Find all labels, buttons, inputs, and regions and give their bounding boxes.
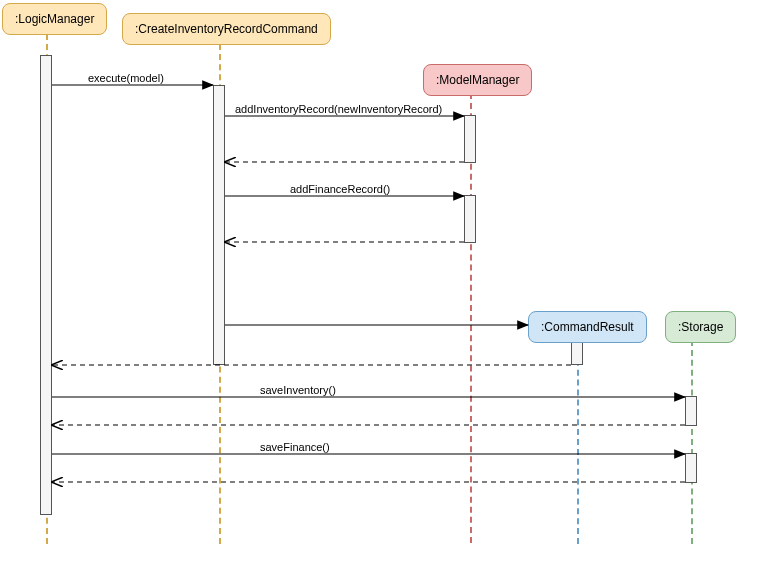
activation-logicmanager	[40, 55, 52, 515]
activation-storage-1	[685, 396, 697, 426]
arrows-layer	[0, 0, 761, 572]
participant-createcmd: :CreateInventoryRecordCommand	[122, 13, 331, 45]
msg-addinventoryrecord: addInventoryRecord(newInventoryRecord)	[235, 103, 442, 115]
participant-commandresult: :CommandResult	[528, 311, 647, 343]
participant-logicmanager: :LogicManager	[2, 3, 107, 35]
msg-savefinance: saveFinance()	[260, 441, 330, 453]
msg-saveinventory: saveInventory()	[260, 384, 336, 396]
activation-modelmanager-2	[464, 195, 476, 243]
activation-modelmanager-1	[464, 115, 476, 163]
activation-storage-2	[685, 453, 697, 483]
participant-storage: :Storage	[665, 311, 736, 343]
msg-execute: execute(model)	[88, 72, 164, 84]
participant-label: :LogicManager	[15, 12, 94, 26]
lifeline-storage	[691, 340, 693, 544]
activation-createcmd	[213, 85, 225, 365]
activation-commandresult	[571, 340, 583, 365]
participant-label: :ModelManager	[436, 73, 519, 87]
participant-modelmanager: :ModelManager	[423, 64, 532, 96]
lifeline-commandresult	[577, 340, 579, 544]
msg-addfinancerecord: addFinanceRecord()	[290, 183, 390, 195]
participant-label: :CommandResult	[541, 320, 634, 334]
participant-label: :Storage	[678, 320, 723, 334]
participant-label: :CreateInventoryRecordCommand	[135, 22, 318, 36]
